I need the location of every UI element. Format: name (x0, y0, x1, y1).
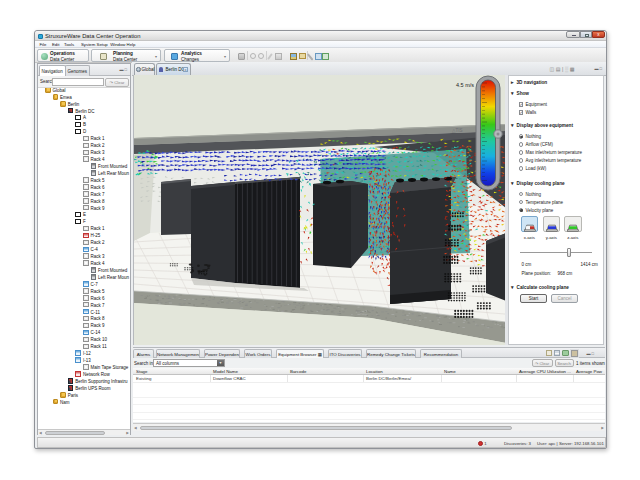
svg-text:△TIS: △TIS (452, 128, 462, 133)
svg-text:4.5 m/s: 4.5 m/s (456, 82, 474, 88)
